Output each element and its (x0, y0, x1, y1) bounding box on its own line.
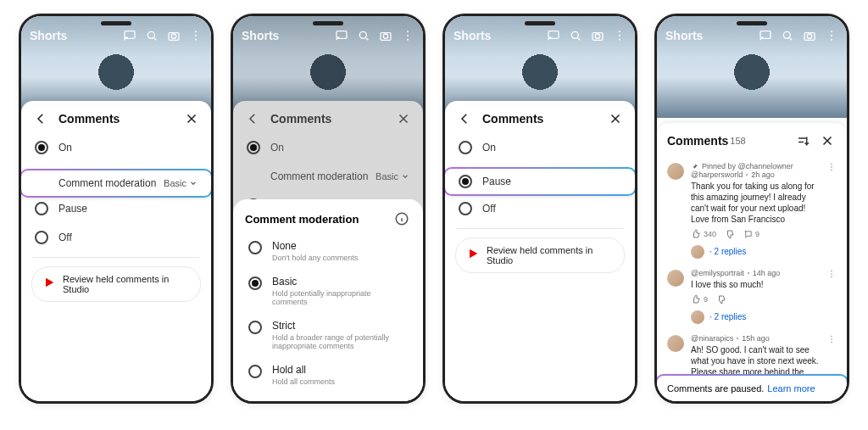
comment-actions: 9 (691, 294, 820, 304)
radio-pause[interactable] (459, 175, 472, 188)
svg-point-36 (831, 276, 832, 278)
review-held-comments-button[interactable]: Review held comments in Studio (455, 237, 625, 273)
close-icon[interactable] (818, 131, 837, 150)
radio[interactable] (248, 365, 262, 378)
moderation-option-none[interactable]: NoneDon't hold any comments (233, 233, 423, 269)
reply-button[interactable]: 9 (743, 230, 760, 239)
replies-toggle[interactable]: · 2 replies (691, 310, 820, 324)
more-icon[interactable] (189, 29, 203, 42)
comment-more-icon[interactable] (826, 269, 837, 324)
radio[interactable] (248, 276, 262, 290)
highlight-comment-moderation: Comment moderation Basic (21, 169, 211, 198)
video-banner: Shorts (657, 16, 847, 118)
more-icon[interactable] (825, 29, 838, 42)
comment-moderation-label: Comment moderation (58, 177, 156, 189)
shorts-label: Shorts (665, 29, 759, 42)
radio-on[interactable] (459, 141, 472, 154)
comments-settings-sheet: Comments On Comment moderation Basic Pau… (21, 101, 211, 401)
svg-point-34 (831, 271, 832, 272)
search-icon[interactable] (357, 29, 370, 42)
close-icon[interactable] (606, 109, 625, 128)
svg-point-38 (831, 338, 832, 340)
chevron-down-icon (189, 179, 198, 187)
moderation-option-strict[interactable]: StrictHold a broader range of potentiall… (233, 313, 423, 357)
comment-count: 158 (730, 136, 745, 146)
camera-icon[interactable] (803, 29, 816, 42)
svg-point-22 (619, 39, 620, 41)
review-held-comments-button[interactable]: Review held comments in Studio (31, 266, 201, 302)
svg-point-21 (619, 35, 620, 36)
svg-marker-23 (470, 249, 477, 259)
camera-icon[interactable] (167, 29, 181, 42)
more-icon[interactable] (613, 29, 626, 42)
option-on[interactable]: On (445, 133, 635, 162)
avatar[interactable] (667, 163, 684, 180)
svg-point-9 (359, 31, 366, 38)
notch (525, 21, 555, 25)
option-on[interactable]: On (21, 133, 211, 162)
info-icon[interactable] (392, 209, 411, 228)
cast-icon[interactable] (547, 29, 560, 42)
phone-3: Shorts Comments On Pause Off (442, 14, 637, 404)
shorts-label: Shorts (453, 29, 547, 42)
svg-marker-7 (46, 278, 53, 288)
cast-icon[interactable] (335, 29, 348, 42)
comment-author[interactable]: @emilysportrait (691, 269, 744, 277)
comments-settings-sheet: Comments On Pause Off Review held commen… (445, 101, 635, 401)
moderation-option-hold-all[interactable]: Hold allHold all comments (233, 357, 423, 393)
comment-more-icon[interactable] (826, 162, 837, 259)
svg-point-37 (831, 336, 832, 338)
svg-point-3 (171, 34, 175, 38)
notch (737, 21, 767, 25)
radio-off[interactable] (459, 202, 472, 215)
avatar[interactable] (667, 335, 684, 352)
learn-more-link[interactable]: Learn more (767, 383, 815, 394)
cast-icon[interactable] (759, 29, 772, 42)
replies-toggle[interactable]: · 2 replies (691, 244, 820, 259)
comment-item: @emilysportrait14h agoI love this so muc… (665, 264, 838, 329)
option-label: Strict (272, 320, 408, 332)
camera-icon[interactable] (379, 29, 392, 42)
pause-label: Pause (482, 176, 511, 187)
highlight-pause: Pause (445, 167, 635, 196)
option-off[interactable]: Off (445, 194, 635, 223)
radio-off[interactable] (35, 231, 48, 244)
comment-author[interactable]: @harpersworld (691, 170, 743, 179)
comments-paused-msg: Comments are paused. (667, 383, 764, 394)
moderation-option-basic[interactable]: BasicHold potentially inappropriate comm… (233, 269, 423, 313)
back-arrow-icon[interactable] (455, 109, 474, 128)
comments-sheet-title: Comments (667, 134, 728, 148)
svg-point-31 (831, 164, 832, 165)
like-button[interactable]: 340 (691, 229, 716, 239)
search-icon[interactable] (781, 29, 794, 42)
dislike-button[interactable] (716, 294, 726, 304)
sort-icon[interactable] (794, 131, 813, 150)
comment-meta: @emilysportrait14h ago (691, 269, 820, 277)
shorts-label: Shorts (242, 29, 335, 42)
comments-sheet-title: Comments (58, 112, 174, 126)
like-button[interactable]: 9 (691, 294, 708, 304)
phone-4: Shorts Comments 158 Pinned by @channelow… (654, 14, 849, 404)
comment-moderation-value[interactable]: Basic (164, 178, 198, 188)
cast-icon[interactable] (123, 29, 136, 42)
camera-icon[interactable] (591, 29, 604, 42)
radio-pause[interactable] (35, 202, 48, 215)
option-pause[interactable]: Pause (21, 194, 211, 223)
comment-author[interactable]: @ninarapics (691, 334, 733, 343)
notch (313, 21, 343, 25)
radio[interactable] (248, 321, 262, 334)
radio-on[interactable] (35, 141, 48, 154)
svg-point-12 (407, 31, 409, 32)
search-icon[interactable] (569, 29, 582, 42)
more-icon[interactable] (401, 29, 415, 42)
radio[interactable] (248, 241, 262, 254)
svg-point-19 (595, 34, 599, 38)
comments-sheet-title: Comments (482, 112, 598, 126)
close-icon[interactable] (182, 109, 201, 128)
search-icon[interactable] (145, 29, 159, 42)
back-arrow-icon[interactable] (31, 109, 50, 128)
phone-1: Shorts Comments On Comment moderation Ba… (19, 14, 214, 404)
dislike-button[interactable] (725, 229, 735, 239)
avatar[interactable] (667, 270, 684, 287)
option-off[interactable]: Off (21, 223, 211, 252)
